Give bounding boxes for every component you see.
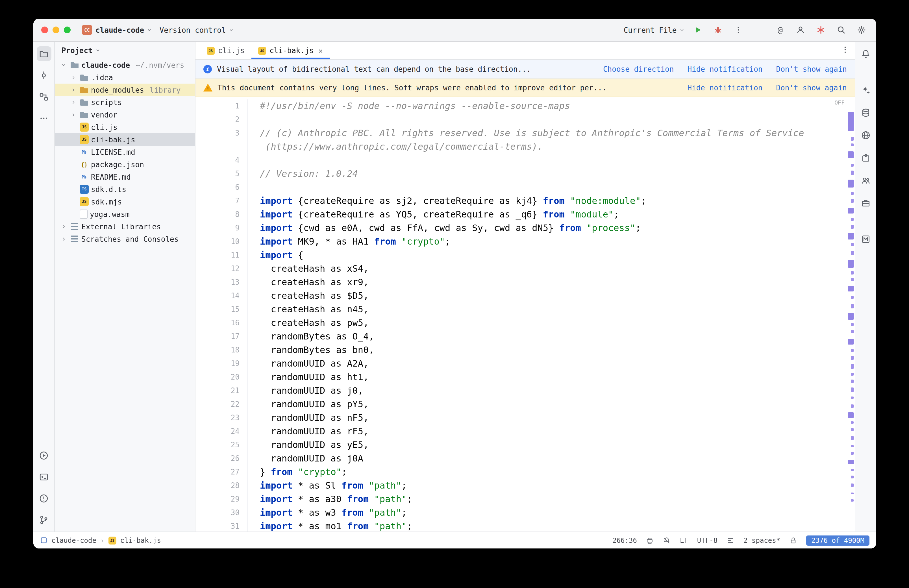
at-icon[interactable]: @ (773, 23, 787, 37)
structure-tool-icon[interactable] (36, 89, 51, 104)
user-icon[interactable] (794, 23, 807, 37)
project-tool-icon[interactable] (36, 46, 51, 61)
line-number[interactable]: 27 (195, 465, 247, 479)
line-number[interactable]: 17 (195, 330, 247, 343)
tree-item[interactable]: M↓LICENSE.md (55, 146, 195, 158)
code-line[interactable]: 3// (c) Anthropic PBC. All rights reserv… (195, 126, 847, 140)
tree-item[interactable]: M↓README.md (55, 171, 195, 183)
chevron-icon[interactable]: › (60, 61, 68, 69)
code-line[interactable]: 21 randomUUID as j0, (195, 384, 847, 397)
code-line[interactable]: 12 createHash as xS4, (195, 262, 847, 276)
code-line[interactable]: 30import * as w3 from "path"; (195, 506, 847, 520)
memory-indicator[interactable]: 2376 of 4900M (806, 535, 869, 545)
code-line[interactable]: 29import * as a30 from "path"; (195, 493, 847, 506)
line-number[interactable]: 6 (195, 181, 247, 194)
code-line[interactable]: 5// Version: 1.0.24 (195, 167, 847, 181)
debug-button[interactable] (711, 23, 725, 37)
chevron-icon[interactable]: › (69, 111, 77, 119)
plugin-icon[interactable] (859, 150, 873, 165)
chevron-icon[interactable]: › (69, 86, 77, 94)
line-number[interactable]: 20 (195, 370, 247, 384)
line-number[interactable]: 25 (195, 438, 247, 452)
vcs-widget[interactable]: Version control › (160, 26, 233, 34)
chevron-icon[interactable]: › (69, 98, 77, 106)
code-line[interactable]: 31import * as mo1 from "path"; (195, 520, 847, 531)
project-panel-header[interactable]: Project › (55, 42, 195, 59)
line-number[interactable]: 7 (195, 194, 247, 208)
run-tool-icon[interactable] (36, 448, 51, 463)
globe-icon[interactable] (859, 128, 873, 142)
code-line[interactable]: 2 (195, 113, 847, 126)
banner-link[interactable]: Don't show again (776, 83, 847, 92)
code-line[interactable]: 9import {cwd as e0A, cwd as FfA, cwd as … (195, 221, 847, 235)
line-number[interactable]: 1 (195, 99, 247, 113)
more-actions-icon[interactable] (731, 23, 745, 37)
tree-item[interactable]: ›scripts (55, 96, 195, 108)
tree-item[interactable]: {}package.json (55, 158, 195, 171)
code-line[interactable]: 7import {createRequire as sj2, createReq… (195, 194, 847, 208)
tree-item[interactable]: ›node_moduleslibrary (55, 84, 195, 96)
line-number[interactable]: 22 (195, 397, 247, 411)
line-separator[interactable]: LF (680, 536, 688, 544)
breadcrumb-file[interactable]: cli-bak.js (120, 536, 161, 544)
editor-tab[interactable]: JScli-bak.js× (252, 42, 329, 59)
code-line[interactable]: 17 randomBytes as O_4, (195, 330, 847, 343)
version-control-tool-icon[interactable] (36, 512, 51, 527)
line-number[interactable]: 12 (195, 262, 247, 276)
code-line[interactable]: 15 createHash as n45, (195, 303, 847, 316)
asterisk-icon[interactable] (814, 23, 828, 37)
code-line[interactable]: 20 randomUUID as ht1, (195, 370, 847, 384)
line-number[interactable]: 4 (195, 153, 247, 167)
banner-link[interactable]: Don't show again (776, 65, 847, 73)
settings-icon[interactable] (855, 23, 868, 37)
line-number[interactable]: 16 (195, 316, 247, 330)
line-number[interactable]: 30 (195, 506, 247, 520)
indent-style[interactable]: 2 spaces* (743, 536, 780, 544)
project-selector[interactable]: CC claude-code › (82, 25, 152, 35)
database-icon[interactable] (859, 105, 873, 120)
line-number[interactable]: 5 (195, 167, 247, 181)
ai-assistant-icon[interactable] (859, 82, 873, 97)
banner-link[interactable]: Choose direction (603, 65, 674, 73)
chevron-icon[interactable]: › (60, 235, 68, 243)
collaboration-icon[interactable] (859, 173, 873, 187)
line-number[interactable]: 10 (195, 235, 247, 249)
search-icon[interactable] (835, 23, 848, 37)
notifications-muted-icon[interactable] (663, 536, 671, 544)
banner-link[interactable]: Hide notification (687, 65, 762, 73)
tree-item[interactable]: ›.idea (55, 71, 195, 84)
line-number[interactable]: 23 (195, 411, 247, 425)
printer-icon[interactable] (646, 536, 654, 544)
line-number[interactable]: 11 (195, 249, 247, 262)
tree-item[interactable]: ›claude-code~/.nvm/vers (55, 59, 195, 71)
code-line[interactable]: 14 createHash as $D5, (195, 289, 847, 303)
code-editor[interactable]: 1#!/usr/bin/env -S node --no-warnings --… (195, 97, 855, 531)
line-number[interactable]: 3 (195, 126, 247, 140)
tree-item[interactable]: yoga.wasm (55, 208, 195, 220)
line-number[interactable]: 2 (195, 113, 247, 126)
line-number[interactable]: 29 (195, 493, 247, 506)
line-number[interactable]: 19 (195, 357, 247, 370)
run-configuration-selector[interactable]: Current File › (624, 26, 684, 34)
commit-tool-icon[interactable] (36, 68, 51, 82)
line-number[interactable]: 31 (195, 520, 247, 531)
code-line[interactable]: 1#!/usr/bin/env -S node --no-warnings --… (195, 99, 847, 113)
run-button[interactable] (691, 23, 704, 37)
editor-tab[interactable]: JScli.js (200, 42, 252, 59)
code-line[interactable]: 10import MK9, * as HA1 from "crypto"; (195, 235, 847, 249)
services-icon[interactable] (859, 195, 873, 210)
caret-position[interactable]: 266:36 (612, 536, 637, 544)
code-line[interactable]: 26 randomUUID as j0A (195, 452, 847, 465)
code-style-icon[interactable] (727, 536, 735, 544)
maven-icon[interactable] (859, 232, 873, 246)
code-line[interactable]: 6 (195, 181, 847, 194)
code-line[interactable]: 4 (195, 153, 847, 167)
tree-item[interactable]: ›Scratches and Consoles (55, 233, 195, 245)
tree-item[interactable]: TSsdk.d.ts (55, 183, 195, 195)
code-line[interactable]: 8import {createRequire as YQ5, createReq… (195, 208, 847, 221)
close-tab-icon[interactable]: × (318, 46, 323, 55)
problems-tool-icon[interactable] (36, 491, 51, 506)
line-number[interactable]: 28 (195, 479, 247, 493)
breadcrumb-project[interactable]: claude-code (52, 536, 96, 544)
error-stripe[interactable] (847, 97, 855, 531)
